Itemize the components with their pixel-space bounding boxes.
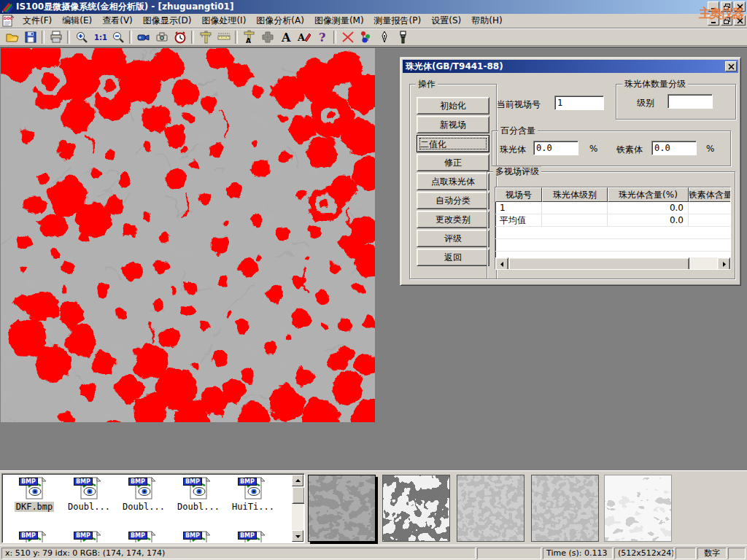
file-name[interactable]: DKF.bmp [15, 502, 55, 512]
menu-file[interactable]: 文件(F) [18, 14, 57, 28]
close-button[interactable] [734, 1, 746, 12]
table-horizontal-scrollbar[interactable] [495, 257, 730, 269]
thumbnail-5[interactable] [604, 475, 672, 542]
child-minimize-button[interactable] [708, 15, 719, 26]
col-pearlite-content[interactable]: 珠光体含量(%) [608, 187, 689, 202]
file-item-partial[interactable]: BMP [63, 531, 115, 543]
menu-measure-report[interactable]: 测量报告(P) [369, 14, 427, 28]
menu-image-measure[interactable]: 图像测量(M) [309, 14, 369, 28]
current-field-label: 当前视场号 [497, 98, 541, 111]
micrograph-image[interactable] [1, 48, 375, 422]
text-tool-button[interactable]: A [276, 29, 295, 45]
processing-time: Time (s): 0.113 [543, 548, 613, 559]
file-item-partial[interactable]: BMP [227, 531, 279, 543]
scroll-thumb[interactable] [292, 486, 305, 504]
help-button[interactable]: ? [313, 29, 331, 45]
file-item[interactable]: BMP Doubl... [172, 477, 225, 512]
merge-grid-button[interactable] [258, 29, 276, 45]
floppy-disk-icon [23, 30, 38, 44]
binarize-button[interactable]: 二值化 [417, 135, 489, 152]
scroll-up-button[interactable] [292, 475, 303, 486]
scroll-thumb[interactable] [508, 257, 689, 270]
text-edit-button[interactable]: A [295, 29, 313, 45]
restore-icon [724, 4, 730, 10]
auto-classify-button[interactable]: 自动分类 [417, 192, 489, 209]
caliper-measure-button[interactable] [196, 29, 214, 45]
file-name[interactable]: Doubl... [121, 502, 166, 512]
snapshot-button[interactable] [152, 29, 171, 45]
pearlite-input[interactable] [533, 141, 578, 155]
ruler-measure-button[interactable] [214, 29, 233, 45]
file-name[interactable]: Doubl... [66, 502, 112, 512]
correct-button[interactable]: 修正 [417, 154, 489, 171]
actual-size-button[interactable]: 1:1 [90, 29, 109, 45]
col-ferrite-content[interactable]: 铁素体含量(%) [689, 187, 731, 202]
file-item[interactable]: BMP DKF.bmp [8, 477, 61, 512]
pen-nib-icon [377, 30, 392, 44]
new-field-button[interactable]: 新视场 [417, 116, 489, 133]
thumbnail-2[interactable] [382, 475, 450, 542]
ferrite-input[interactable] [651, 141, 697, 155]
file-item[interactable]: BMP Doubl... [63, 477, 115, 512]
thumbnail-1[interactable] [308, 475, 376, 542]
change-class-button[interactable]: 更改类别 [417, 211, 489, 228]
file-name[interactable]: HuiTi... [231, 502, 276, 512]
file-name[interactable]: Doubl... [176, 502, 221, 512]
child-restore-button[interactable] [721, 15, 732, 26]
menu-bar: DOC 文件(F) 编辑(E) 查看(V) 图像显示(D) 图像处理(I) 图像… [0, 14, 747, 28]
menu-edit[interactable]: 编辑(E) [57, 14, 97, 28]
brush-tool-button[interactable] [393, 29, 411, 45]
scroll-right-button[interactable] [717, 257, 730, 270]
grade-input[interactable] [667, 94, 713, 109]
menu-image-processing[interactable]: 图像处理(I) [196, 14, 251, 28]
menu-image-display[interactable]: 图像显示(D) [138, 14, 197, 28]
svg-text:A: A [281, 31, 291, 44]
menu-settings[interactable]: 设置(S) [426, 14, 466, 28]
zoom-out-button[interactable] [109, 29, 127, 45]
table-row[interactable]: 1 0.0 [495, 202, 730, 214]
menu-view[interactable]: 查看(V) [97, 14, 138, 28]
clock-icon [173, 30, 187, 44]
child-close-button[interactable] [734, 15, 746, 26]
percent-group-label: 百分含量 [498, 125, 538, 136]
return-button[interactable]: 返回 [417, 249, 489, 266]
bmp-badge: BMP [238, 478, 257, 486]
rate-button[interactable]: 评级 [417, 230, 489, 247]
close-icon [737, 4, 743, 10]
curve-tool-button[interactable] [338, 29, 357, 45]
thumbnail-3[interactable] [457, 475, 525, 542]
toolbar-separator [129, 31, 132, 44]
file-item[interactable]: BMP HuiTi... [227, 477, 279, 512]
file-browser-scrollbar[interactable] [292, 475, 303, 542]
file-item-partial[interactable]: BMP [172, 531, 225, 543]
measure-annotate-button[interactable]: A [240, 29, 258, 45]
minimize-button[interactable] [708, 1, 719, 12]
zoom-in-button[interactable] [72, 29, 90, 45]
col-pearlite-grade[interactable]: 珠光体级别 [542, 187, 608, 202]
scroll-down-button[interactable] [292, 530, 303, 542]
rating-table[interactable]: 视场号 珠光体级别 珠光体含量(%) 铁素体含量(%) 1 0.0 平均值 0.… [495, 187, 731, 270]
file-item-partial[interactable]: BMP [8, 531, 61, 543]
dialog-title-bar[interactable]: 珠光体(GB/T9441-88) [403, 60, 738, 73]
dialog-close-button[interactable] [725, 61, 737, 71]
bmp-badge: BMP [19, 478, 38, 486]
print-button[interactable] [47, 29, 65, 45]
file-item-partial[interactable]: BMP [117, 531, 170, 543]
table-row[interactable]: 平均值 0.0 [495, 214, 730, 227]
scroll-left-button[interactable] [495, 257, 508, 270]
pen-tool-button[interactable] [375, 29, 393, 45]
menu-help[interactable]: 帮助(H) [466, 14, 507, 28]
thumbnail-4[interactable] [531, 475, 599, 542]
timer-button[interactable] [171, 29, 189, 45]
col-field-number[interactable]: 视场号 [495, 187, 542, 202]
pick-pearlite-button[interactable]: 点取珠光体 [417, 173, 489, 190]
current-field-input[interactable] [554, 96, 604, 110]
save-button[interactable] [21, 29, 39, 45]
count-particles-button[interactable] [357, 29, 375, 45]
init-button[interactable]: 初始化 [417, 97, 489, 114]
video-capture-button[interactable] [134, 29, 152, 45]
menu-image-analysis[interactable]: 图像分析(A) [251, 14, 309, 28]
open-file-button[interactable] [3, 29, 21, 45]
file-item[interactable]: BMP Doubl... [117, 477, 170, 512]
restore-button[interactable] [721, 1, 732, 12]
